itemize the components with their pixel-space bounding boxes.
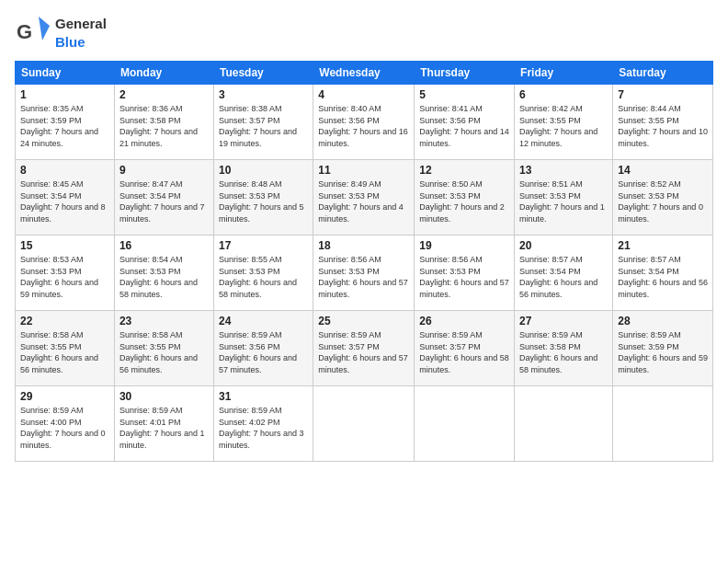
- day-number: 14: [618, 164, 708, 177]
- day-info: Sunrise: 8:41 AMSunset: 3:56 PMDaylight:…: [419, 103, 509, 149]
- day-info: Sunrise: 8:55 AMSunset: 3:53 PMDaylight:…: [219, 254, 308, 300]
- calendar-cell: 28Sunrise: 8:59 AMSunset: 3:59 PMDayligh…: [613, 311, 713, 386]
- day-info: Sunrise: 8:48 AMSunset: 3:53 PMDaylight:…: [219, 178, 308, 224]
- calendar-cell: 2Sunrise: 8:36 AMSunset: 3:58 PMDaylight…: [114, 85, 213, 160]
- day-number: 20: [519, 239, 608, 252]
- calendar-cell: 30Sunrise: 8:59 AMSunset: 4:01 PMDayligh…: [114, 386, 213, 462]
- day-info: Sunrise: 8:54 AMSunset: 3:53 PMDaylight:…: [119, 254, 209, 300]
- day-info: Sunrise: 8:40 AMSunset: 3:56 PMDaylight:…: [318, 103, 409, 149]
- dow-header-wednesday: Wednesday: [313, 62, 415, 85]
- day-info: Sunrise: 8:51 AMSunset: 3:53 PMDaylight:…: [519, 178, 608, 224]
- day-number: 30: [119, 390, 209, 403]
- logo-blue: Blue: [55, 34, 85, 50]
- calendar-cell: 21Sunrise: 8:57 AMSunset: 3:54 PMDayligh…: [613, 236, 713, 311]
- calendar-cell: 5Sunrise: 8:41 AMSunset: 3:56 PMDaylight…: [415, 85, 515, 160]
- dow-header-friday: Friday: [515, 62, 613, 85]
- calendar-cell: 15Sunrise: 8:53 AMSunset: 3:53 PMDayligh…: [16, 236, 115, 311]
- logo-general: General: [55, 16, 107, 31]
- svg-text:G: G: [17, 20, 32, 43]
- day-number: 19: [419, 239, 509, 252]
- day-info: Sunrise: 8:59 AMSunset: 3:59 PMDaylight:…: [618, 329, 708, 375]
- calendar-cell: 22Sunrise: 8:58 AMSunset: 3:55 PMDayligh…: [16, 311, 115, 386]
- calendar-cell: 13Sunrise: 8:51 AMSunset: 3:53 PMDayligh…: [515, 160, 613, 236]
- day-info: Sunrise: 8:38 AMSunset: 3:57 PMDaylight:…: [219, 103, 308, 149]
- day-number: 4: [318, 88, 409, 101]
- day-number: 22: [20, 315, 109, 327]
- day-info: Sunrise: 8:59 AMSunset: 4:00 PMDaylight:…: [20, 405, 109, 451]
- day-info: Sunrise: 8:49 AMSunset: 3:53 PMDaylight:…: [318, 178, 409, 224]
- day-number: 16: [119, 239, 209, 252]
- week-row-4: 22Sunrise: 8:58 AMSunset: 3:55 PMDayligh…: [16, 311, 713, 386]
- day-info: Sunrise: 8:36 AMSunset: 3:58 PMDaylight:…: [119, 103, 209, 149]
- day-number: 7: [618, 88, 708, 101]
- calendar-cell: [415, 386, 515, 462]
- day-info: Sunrise: 8:42 AMSunset: 3:55 PMDaylight:…: [519, 103, 608, 149]
- day-info: Sunrise: 8:44 AMSunset: 3:55 PMDaylight:…: [618, 103, 708, 149]
- calendar-cell: 14Sunrise: 8:52 AMSunset: 3:53 PMDayligh…: [613, 160, 713, 236]
- calendar-cell: 23Sunrise: 8:58 AMSunset: 3:55 PMDayligh…: [114, 311, 213, 386]
- week-row-1: 1Sunrise: 8:35 AMSunset: 3:59 PMDaylight…: [16, 85, 713, 160]
- logo-text: General Blue: [55, 15, 107, 52]
- calendar-cell: [313, 386, 415, 462]
- dow-header-saturday: Saturday: [613, 62, 713, 85]
- day-number: 23: [119, 315, 209, 327]
- calendar-cell: 8Sunrise: 8:45 AMSunset: 3:54 PMDaylight…: [16, 160, 115, 236]
- day-number: 1: [20, 88, 109, 101]
- day-info: Sunrise: 8:57 AMSunset: 3:54 PMDaylight:…: [618, 254, 708, 300]
- dow-header-monday: Monday: [114, 62, 213, 85]
- day-number: 18: [318, 239, 409, 252]
- week-row-2: 8Sunrise: 8:45 AMSunset: 3:54 PMDaylight…: [16, 160, 713, 236]
- svg-marker-1: [39, 17, 50, 40]
- day-info: Sunrise: 8:59 AMSunset: 4:02 PMDaylight:…: [219, 405, 308, 451]
- day-number: 27: [519, 315, 608, 327]
- calendar-cell: 12Sunrise: 8:50 AMSunset: 3:53 PMDayligh…: [415, 160, 515, 236]
- day-number: 15: [20, 239, 109, 252]
- day-number: 31: [219, 390, 308, 403]
- day-info: Sunrise: 8:59 AMSunset: 4:01 PMDaylight:…: [119, 405, 209, 451]
- day-number: 6: [519, 88, 608, 101]
- day-info: Sunrise: 8:59 AMSunset: 3:58 PMDaylight:…: [519, 329, 608, 375]
- calendar-cell: 4Sunrise: 8:40 AMSunset: 3:56 PMDaylight…: [313, 85, 415, 160]
- day-number: 2: [119, 88, 209, 101]
- day-number: 28: [618, 315, 708, 327]
- calendar-cell: 31Sunrise: 8:59 AMSunset: 4:02 PMDayligh…: [213, 386, 313, 462]
- dow-header-thursday: Thursday: [415, 62, 515, 85]
- day-info: Sunrise: 8:52 AMSunset: 3:53 PMDaylight:…: [618, 178, 708, 224]
- calendar-cell: 26Sunrise: 8:59 AMSunset: 3:57 PMDayligh…: [415, 311, 515, 386]
- calendar-cell: 10Sunrise: 8:48 AMSunset: 3:53 PMDayligh…: [213, 160, 313, 236]
- day-number: 29: [20, 390, 109, 403]
- day-info: Sunrise: 8:58 AMSunset: 3:55 PMDaylight:…: [119, 329, 209, 375]
- day-info: Sunrise: 8:58 AMSunset: 3:55 PMDaylight:…: [20, 329, 109, 375]
- day-number: 5: [419, 88, 509, 101]
- week-row-3: 15Sunrise: 8:53 AMSunset: 3:53 PMDayligh…: [16, 236, 713, 311]
- calendar-table: SundayMondayTuesdayWednesdayThursdayFrid…: [15, 61, 713, 462]
- calendar-cell: 29Sunrise: 8:59 AMSunset: 4:00 PMDayligh…: [16, 386, 115, 462]
- calendar-cell: [613, 386, 713, 462]
- calendar-body: 1Sunrise: 8:35 AMSunset: 3:59 PMDaylight…: [16, 85, 713, 462]
- calendar-cell: 24Sunrise: 8:59 AMSunset: 3:56 PMDayligh…: [213, 311, 313, 386]
- logo: G General Blue: [15, 15, 107, 52]
- logo-svg: G: [15, 15, 51, 52]
- week-row-5: 29Sunrise: 8:59 AMSunset: 4:00 PMDayligh…: [16, 386, 713, 462]
- day-info: Sunrise: 8:35 AMSunset: 3:59 PMDaylight:…: [20, 103, 109, 149]
- day-number: 24: [219, 315, 308, 327]
- calendar-cell: 20Sunrise: 8:57 AMSunset: 3:54 PMDayligh…: [515, 236, 613, 311]
- day-number: 26: [419, 315, 509, 327]
- calendar-cell: 19Sunrise: 8:56 AMSunset: 3:53 PMDayligh…: [415, 236, 515, 311]
- calendar-cell: [515, 386, 613, 462]
- day-number: 8: [20, 164, 109, 177]
- day-info: Sunrise: 8:56 AMSunset: 3:53 PMDaylight:…: [419, 254, 509, 300]
- day-info: Sunrise: 8:56 AMSunset: 3:53 PMDaylight:…: [318, 254, 409, 300]
- calendar-cell: 1Sunrise: 8:35 AMSunset: 3:59 PMDaylight…: [16, 85, 115, 160]
- calendar-cell: 25Sunrise: 8:59 AMSunset: 3:57 PMDayligh…: [313, 311, 415, 386]
- day-number: 13: [519, 164, 608, 177]
- day-info: Sunrise: 8:57 AMSunset: 3:54 PMDaylight:…: [519, 254, 608, 300]
- day-info: Sunrise: 8:53 AMSunset: 3:53 PMDaylight:…: [20, 254, 109, 300]
- calendar-cell: 17Sunrise: 8:55 AMSunset: 3:53 PMDayligh…: [213, 236, 313, 311]
- day-number: 10: [219, 164, 308, 177]
- calendar-cell: 16Sunrise: 8:54 AMSunset: 3:53 PMDayligh…: [114, 236, 213, 311]
- day-number: 9: [119, 164, 209, 177]
- day-info: Sunrise: 8:50 AMSunset: 3:53 PMDaylight:…: [419, 178, 509, 224]
- calendar-cell: 3Sunrise: 8:38 AMSunset: 3:57 PMDaylight…: [213, 85, 313, 160]
- calendar-cell: 18Sunrise: 8:56 AMSunset: 3:53 PMDayligh…: [313, 236, 415, 311]
